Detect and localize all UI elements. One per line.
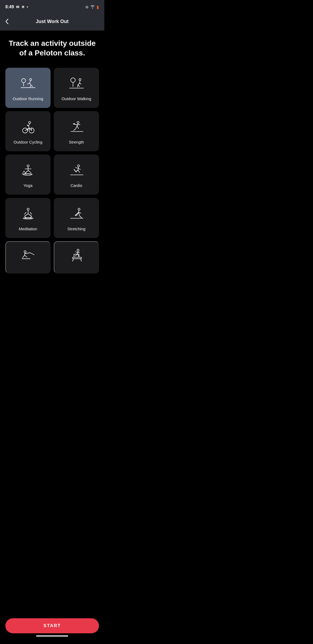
activity-card-meditation[interactable]: Meditation: [5, 198, 51, 238]
gmail-icon: ✉: [16, 5, 19, 9]
status-right-icons: ⊖ ▮: [85, 5, 99, 10]
svg-point-6: [79, 79, 81, 81]
meditation-label: Meditation: [19, 227, 37, 231]
outdoor-walking-label: Outdoor Walking: [62, 96, 91, 101]
activity-card-cardio[interactable]: Cardio: [54, 155, 99, 195]
nav-title: Just Work Out: [36, 19, 69, 24]
meditation-icon: [20, 206, 37, 223]
page-heading: Track an activity outside of a Peloton c…: [5, 39, 99, 58]
activity-card-yoga[interactable]: Yoga: [5, 155, 51, 195]
activity-card-outdoor-running[interactable]: Outdoor Running: [5, 68, 51, 108]
nav-bar: Just Work Out: [0, 13, 104, 31]
activity-card-stretching[interactable]: Stretching: [54, 198, 99, 238]
battery-icon: ▮: [97, 5, 99, 10]
stretching-label: Stretching: [67, 227, 86, 231]
yoga-icon: [20, 163, 37, 180]
notification-dot: •: [27, 5, 28, 9]
svg-point-2: [29, 79, 32, 81]
strength-icon: [68, 119, 85, 137]
time-display: 8:49: [5, 5, 14, 9]
partial-activity-row: [5, 241, 99, 273]
svg-point-16: [77, 165, 79, 167]
svg-line-28: [72, 259, 74, 261]
svg-point-23: [75, 215, 76, 216]
activity-card-rowing[interactable]: [5, 241, 51, 273]
cardio-icon: [68, 163, 85, 180]
svg-point-4: [71, 78, 75, 82]
svg-point-26: [77, 249, 79, 251]
back-button[interactable]: [5, 18, 9, 24]
main-content: Track an activity outside of a Peloton c…: [0, 31, 104, 300]
treadmill-icon: [68, 247, 85, 264]
cardio-label: Cardio: [70, 183, 82, 188]
svg-point-24: [24, 251, 26, 253]
svg-rect-27: [72, 257, 82, 259]
outdoor-cycling-icon: [20, 119, 37, 137]
outdoor-walking-icon: [68, 76, 85, 93]
svg-point-21: [78, 208, 80, 210]
svg-point-15: [23, 174, 32, 175]
svg-point-11: [77, 122, 79, 124]
svg-line-29: [81, 259, 82, 261]
svg-point-0: [21, 79, 25, 83]
svg-point-8: [28, 122, 30, 124]
status-time-area: 8:49 ✉ ✳ •: [5, 5, 28, 9]
svg-point-14: [27, 165, 29, 167]
outdoor-running-icon: [20, 76, 37, 93]
outdoor-cycling-label: Outdoor Cycling: [14, 140, 43, 144]
stretching-icon: [68, 206, 85, 223]
status-bar: 8:49 ✉ ✳ • ⊖ ▮: [0, 0, 104, 13]
activity-card-strength[interactable]: Strength: [54, 111, 99, 151]
outdoor-running-label: Outdoor Running: [13, 96, 43, 101]
activity-card-treadmill[interactable]: [54, 241, 99, 273]
sparkle-icon: ✳: [21, 5, 25, 9]
activity-card-outdoor-walking[interactable]: Outdoor Walking: [54, 68, 99, 108]
rowing-icon: [20, 247, 37, 264]
activity-card-outdoor-cycling[interactable]: Outdoor Cycling: [5, 111, 51, 151]
strength-label: Strength: [69, 140, 84, 144]
activity-grid: Outdoor Running Outdoor Walking: [5, 68, 99, 238]
svg-point-18: [27, 208, 29, 210]
yoga-label: Yoga: [24, 183, 33, 188]
do-not-disturb-icon: ⊖: [85, 5, 89, 9]
wifi-icon: [90, 5, 95, 9]
